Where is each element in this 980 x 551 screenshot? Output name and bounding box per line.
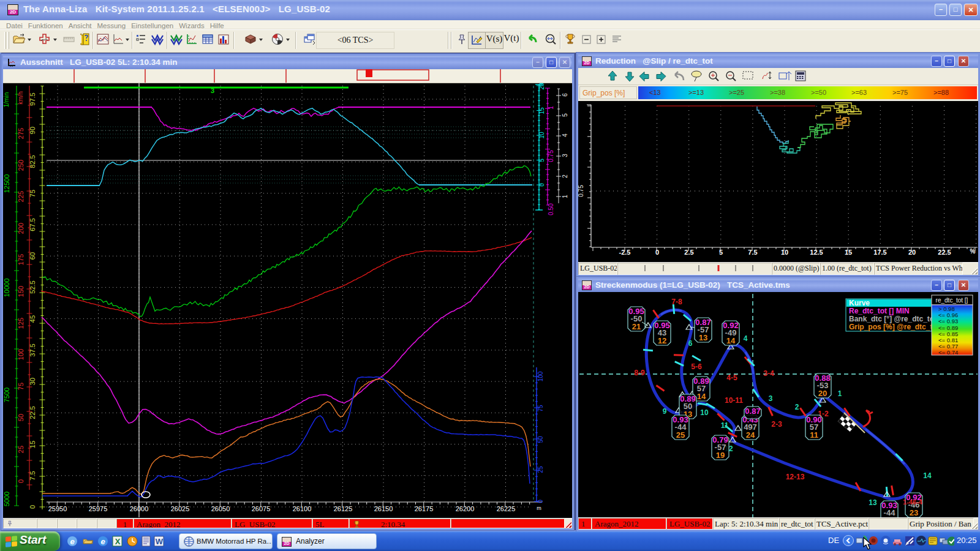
svg-text:7500: 7500 <box>3 388 10 402</box>
svg-text:26175: 26175 <box>415 505 434 512</box>
svg-text:2: 2 <box>795 403 799 411</box>
svg-text:8-9: 8-9 <box>634 369 645 377</box>
svg-text:275: 275 <box>17 128 24 139</box>
svg-text:175: 175 <box>17 254 24 265</box>
svg-text:2D: 2D <box>284 541 289 546</box>
svg-text:1: 1 <box>838 389 842 398</box>
svg-text:1-46-4: 1-46-4 <box>903 498 923 506</box>
svg-text:e: e <box>70 537 74 546</box>
svg-text:100: 100 <box>17 349 24 360</box>
svg-text:1: 1 <box>548 106 554 110</box>
svg-text:14: 14 <box>697 392 706 401</box>
svg-text:17.5: 17.5 <box>873 249 886 256</box>
svg-text:25: 25 <box>676 430 685 440</box>
svg-text:19: 19 <box>716 451 725 460</box>
svg-text:75: 75 <box>537 405 544 412</box>
svg-text:10: 10 <box>538 132 545 139</box>
svg-text:14: 14 <box>726 336 736 345</box>
svg-text:9: 9 <box>663 407 667 416</box>
svg-text:3-4: 3-4 <box>763 369 774 378</box>
svg-text:12500: 12500 <box>3 174 10 193</box>
svg-text:Bank_dtc [°] @re_dtc_tot: Bank_dtc [°] @re_dtc_tot <box>849 315 937 323</box>
svg-text:26075: 26075 <box>252 505 271 512</box>
svg-text:26125: 26125 <box>334 505 353 512</box>
svg-text:0.50: 0.50 <box>548 203 554 216</box>
svg-text:75: 75 <box>29 190 36 197</box>
svg-text:6: 6 <box>688 339 693 348</box>
svg-text:0: 0 <box>538 183 545 187</box>
svg-text:82.5: 82.5 <box>29 155 36 168</box>
svg-text:26200: 26200 <box>456 505 475 512</box>
svg-text:Re_dtc_tot [] MIN: Re_dtc_tot [] MIN <box>849 307 910 315</box>
svg-text:67.5: 67.5 <box>29 218 36 231</box>
svg-text:7.5: 7.5 <box>748 249 757 256</box>
svg-text:50: 50 <box>537 436 544 443</box>
svg-text:2-3: 2-3 <box>771 420 782 429</box>
svg-text:0.75: 0.75 <box>548 150 554 162</box>
svg-text:0.87: 0.87 <box>745 407 760 416</box>
svg-text:20: 20 <box>908 249 916 256</box>
svg-text:24: 24 <box>746 430 755 440</box>
svg-text:12.5: 12.5 <box>810 249 823 256</box>
svg-text:0: 0 <box>537 500 544 503</box>
svg-text:15: 15 <box>538 107 545 114</box>
svg-text:5000: 5000 <box>3 492 10 506</box>
svg-text:25975: 25975 <box>89 505 108 512</box>
svg-text:50: 50 <box>17 414 24 421</box>
svg-text:100: 100 <box>537 371 544 381</box>
svg-text:26000: 26000 <box>130 505 149 512</box>
svg-text:45: 45 <box>29 315 36 323</box>
svg-text:3: 3 <box>769 394 773 403</box>
svg-text:15: 15 <box>29 441 36 448</box>
svg-text:5: 5 <box>562 113 568 117</box>
svg-text:5-6: 5-6 <box>691 362 702 371</box>
svg-text:e: e <box>100 537 105 546</box>
svg-text:26025: 26025 <box>171 505 190 512</box>
svg-text:30: 30 <box>29 378 36 385</box>
svg-text:225: 225 <box>17 191 24 202</box>
svg-text:20: 20 <box>538 83 545 90</box>
svg-text:0.75: 0.75 <box>578 185 584 197</box>
svg-text:12: 12 <box>658 336 666 345</box>
svg-text:150: 150 <box>17 286 24 297</box>
svg-text:90: 90 <box>29 127 36 134</box>
svg-text:Grip_pos [%] @re_dtc_to: Grip_pos [%] @re_dtc_to <box>849 323 937 331</box>
svg-text:250: 250 <box>17 160 24 171</box>
svg-text:26050: 26050 <box>211 505 230 512</box>
svg-text:0: 0 <box>29 505 36 509</box>
svg-text:22.5: 22.5 <box>938 249 951 256</box>
svg-text:11: 11 <box>721 421 729 430</box>
svg-text:75: 75 <box>17 383 24 390</box>
svg-text:20: 20 <box>818 389 827 398</box>
svg-text:0: 0 <box>17 479 24 483</box>
svg-text:-2.5: -2.5 <box>619 249 631 256</box>
svg-text:Kurve: Kurve <box>849 299 870 307</box>
svg-text:1: 1 <box>562 195 568 198</box>
svg-text:10: 10 <box>781 249 788 256</box>
svg-text:6: 6 <box>562 93 568 97</box>
svg-text:26150: 26150 <box>374 505 393 512</box>
svg-text:22.5: 22.5 <box>29 406 36 419</box>
svg-text:37.5: 37.5 <box>29 343 36 356</box>
svg-text:25950: 25950 <box>48 505 67 512</box>
svg-text:12-13: 12-13 <box>786 473 805 481</box>
svg-text:200: 200 <box>17 223 24 234</box>
svg-text:4-5: 4-5 <box>726 373 737 382</box>
svg-text:10000: 10000 <box>3 279 10 298</box>
svg-text:7-8: 7-8 <box>671 298 682 306</box>
svg-text:re_dtc_tot []: re_dtc_tot [] <box>936 297 968 304</box>
svg-text:5: 5 <box>538 159 545 162</box>
svg-text:13: 13 <box>869 498 877 507</box>
svg-text:60: 60 <box>29 252 36 260</box>
svg-text:m: m <box>537 505 541 511</box>
svg-text:km/h: km/h <box>17 91 24 105</box>
svg-text:3: 3 <box>562 154 568 157</box>
svg-text:<= 0.93: <= 0.93 <box>938 318 958 324</box>
svg-text:26100: 26100 <box>293 505 312 512</box>
svg-text:%: % <box>970 248 976 255</box>
svg-text:52.5: 52.5 <box>29 280 36 293</box>
svg-text:97.5: 97.5 <box>29 92 36 105</box>
svg-text:10: 10 <box>700 408 709 417</box>
svg-text:3: 3 <box>211 87 214 94</box>
svg-text:21: 21 <box>632 322 641 331</box>
